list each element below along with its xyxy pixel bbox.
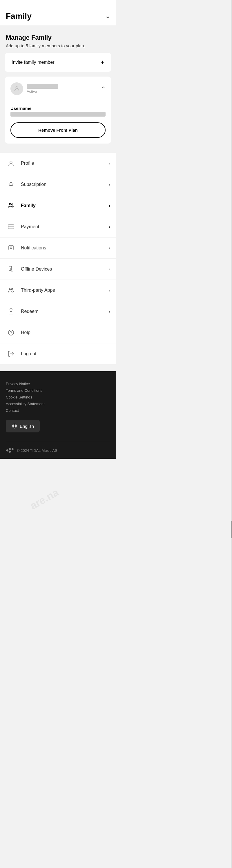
profile-icon bbox=[6, 158, 16, 168]
svg-point-1 bbox=[10, 161, 12, 163]
svg-point-14 bbox=[9, 288, 11, 290]
payment-label: Payment bbox=[21, 224, 109, 229]
svg-point-16 bbox=[10, 311, 11, 312]
svg-rect-10 bbox=[11, 268, 13, 271]
invite-label: Invite family member bbox=[11, 60, 55, 65]
page-title: Family bbox=[6, 11, 32, 21]
username-label: Username bbox=[10, 106, 105, 111]
remove-from-plan-button[interactable]: Remove From Plan bbox=[10, 122, 105, 138]
globe-icon bbox=[11, 423, 18, 429]
cookie-settings-link[interactable]: Cookie Settings bbox=[6, 395, 110, 399]
sidebar-item-family[interactable]: Family › bbox=[0, 195, 116, 216]
invite-card[interactable]: Invite family member + bbox=[5, 53, 111, 72]
family-chevron-icon: › bbox=[109, 203, 110, 208]
logout-label: Log out bbox=[21, 351, 110, 356]
username-value bbox=[10, 112, 105, 117]
manage-subtitle: Add up to 5 family members to your plan. bbox=[6, 43, 110, 48]
footer-links: Privacy Notice Terms and Conditions Cook… bbox=[6, 382, 110, 413]
svg-point-3 bbox=[11, 204, 13, 205]
accessibility-link[interactable]: Accessibility Statement bbox=[6, 402, 110, 406]
offline-devices-chevron-icon: › bbox=[109, 267, 110, 272]
notifications-label: Notifications bbox=[21, 245, 109, 251]
profile-label: Profile bbox=[21, 161, 109, 166]
svg-point-2 bbox=[9, 203, 11, 205]
subscription-label: Subscription bbox=[21, 182, 109, 187]
sidebar-item-payment[interactable]: Payment › bbox=[0, 216, 116, 238]
sidebar-item-offline-devices[interactable]: Offline Devices › bbox=[0, 259, 116, 280]
member-info: Active bbox=[27, 84, 58, 94]
language-button[interactable]: English bbox=[6, 420, 40, 432]
family-label: Family bbox=[21, 203, 109, 208]
help-label: Help bbox=[21, 330, 110, 335]
member-expanded: Username Remove From Plan bbox=[10, 101, 105, 138]
offline-devices-label: Offline Devices bbox=[21, 267, 109, 272]
third-party-label: Third-party Apps bbox=[21, 288, 109, 293]
svg-point-18 bbox=[11, 334, 11, 334]
language-label: English bbox=[20, 424, 34, 429]
logout-icon bbox=[6, 349, 16, 359]
member-email bbox=[27, 84, 58, 89]
offline-devices-icon bbox=[6, 264, 16, 274]
copyright-text: © 2024 TIDAL Music AS bbox=[17, 448, 58, 453]
manage-title: Manage Family bbox=[6, 34, 110, 41]
invite-plus-icon: + bbox=[101, 59, 104, 66]
subscription-icon bbox=[6, 179, 16, 190]
family-icon bbox=[6, 200, 16, 211]
payment-icon bbox=[6, 222, 16, 232]
member-status: Active bbox=[27, 89, 58, 94]
header: Family ⌄ bbox=[0, 0, 116, 26]
sidebar-item-logout[interactable]: Log out bbox=[0, 343, 116, 364]
third-party-chevron-icon: › bbox=[109, 288, 110, 292]
sidebar-item-help[interactable]: Help bbox=[0, 322, 116, 343]
redeem-icon bbox=[6, 306, 16, 317]
sidebar-item-notifications[interactable]: Notifications › bbox=[0, 238, 116, 259]
svg-point-15 bbox=[11, 288, 13, 290]
payment-chevron-icon: › bbox=[109, 224, 110, 229]
manage-section: Manage Family Add up to 5 family members… bbox=[0, 26, 116, 53]
terms-link[interactable]: Terms and Conditions bbox=[6, 388, 110, 393]
sidebar-item-redeem[interactable]: Redeem › bbox=[0, 301, 116, 322]
header-chevron-icon[interactable]: ⌄ bbox=[105, 12, 110, 20]
profile-chevron-icon: › bbox=[109, 161, 110, 165]
avatar bbox=[10, 82, 23, 95]
watermark: are.na bbox=[28, 486, 61, 512]
privacy-notice-link[interactable]: Privacy Notice bbox=[6, 382, 110, 386]
sidebar-item-profile[interactable]: Profile › bbox=[0, 153, 116, 174]
svg-point-0 bbox=[16, 87, 18, 89]
footer-bottom: © 2024 TIDAL Music AS bbox=[6, 442, 110, 453]
notifications-icon bbox=[6, 243, 16, 253]
redeem-label: Redeem bbox=[21, 309, 109, 314]
sidebar-item-subscription[interactable]: Subscription › bbox=[0, 174, 116, 195]
tidal-logo bbox=[6, 448, 14, 453]
svg-rect-4 bbox=[8, 225, 14, 229]
member-card: Active ⌃ Username Remove From Plan bbox=[5, 76, 111, 144]
sidebar-item-third-party[interactable]: Third-party Apps › bbox=[0, 280, 116, 301]
contact-link[interactable]: Contact bbox=[6, 408, 110, 413]
svg-rect-9 bbox=[9, 266, 11, 270]
help-icon bbox=[6, 328, 16, 338]
notifications-chevron-icon: › bbox=[109, 246, 110, 250]
redeem-chevron-icon: › bbox=[109, 309, 110, 314]
footer: Privacy Notice Terms and Conditions Cook… bbox=[0, 371, 116, 459]
third-party-icon bbox=[6, 285, 16, 296]
member-expand-icon[interactable]: ⌃ bbox=[101, 86, 105, 92]
menu-list: Profile › Subscription › bbox=[0, 153, 116, 364]
svg-point-7 bbox=[10, 247, 12, 249]
subscription-chevron-icon: › bbox=[109, 182, 110, 187]
